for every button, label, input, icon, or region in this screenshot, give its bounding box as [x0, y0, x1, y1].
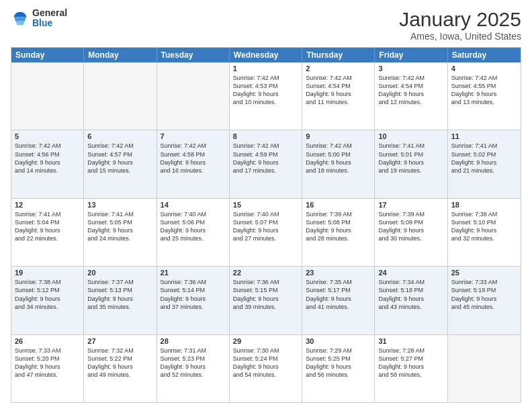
- day-number: 30: [306, 337, 371, 345]
- cal-cell-1-1: 6Sunrise: 7:42 AMSunset: 4:57 PMDaylight…: [84, 130, 157, 197]
- day-info: Sunrise: 7:42 AMSunset: 4:55 PMDaylight:…: [451, 74, 517, 107]
- cal-cell-2-3: 15Sunrise: 7:40 AMSunset: 5:07 PMDayligh…: [230, 199, 302, 266]
- day-number: 28: [161, 337, 226, 345]
- day-info: Sunrise: 7:32 AMSunset: 5:22 PMDaylight:…: [87, 347, 152, 379]
- logo-icon: [11, 9, 30, 28]
- cal-cell-1-3: 8Sunrise: 7:42 AMSunset: 4:59 PMDaylight…: [230, 130, 302, 197]
- day-number: 7: [161, 132, 226, 140]
- cal-cell-3-4: 23Sunrise: 7:35 AMSunset: 5:17 PMDayligh…: [302, 267, 375, 334]
- calendar-row-0: 1Sunrise: 7:42 AMSunset: 4:53 PMDaylight…: [11, 62, 521, 130]
- day-number: 31: [378, 337, 443, 345]
- day-number: 10: [378, 132, 443, 140]
- cal-cell-1-2: 7Sunrise: 7:42 AMSunset: 4:58 PMDaylight…: [157, 130, 230, 197]
- day-number: 24: [378, 269, 443, 277]
- weekday-header-saturday: Saturday: [448, 48, 521, 62]
- weekday-header-friday: Friday: [375, 48, 447, 62]
- weekday-header-tuesday: Tuesday: [157, 48, 230, 62]
- day-number: 17: [378, 201, 443, 209]
- day-number: 18: [451, 201, 517, 209]
- header: General Blue January 2025 Ames, Iowa, Un…: [11, 8, 521, 42]
- logo-blue-text: Blue: [32, 18, 67, 28]
- day-info: Sunrise: 7:39 AMSunset: 5:09 PMDaylight:…: [378, 210, 443, 243]
- calendar-header: SundayMondayTuesdayWednesdayThursdayFrid…: [11, 48, 521, 62]
- day-info: Sunrise: 7:42 AMSunset: 4:56 PMDaylight:…: [15, 142, 80, 175]
- calendar-row-4: 26Sunrise: 7:33 AMSunset: 5:20 PMDayligh…: [11, 334, 521, 402]
- day-info: Sunrise: 7:33 AMSunset: 5:19 PMDaylight:…: [451, 278, 517, 311]
- cal-cell-1-0: 5Sunrise: 7:42 AMSunset: 4:56 PMDaylight…: [11, 130, 84, 197]
- day-info: Sunrise: 7:42 AMSunset: 4:59 PMDaylight:…: [233, 142, 298, 175]
- logo-text: General Blue: [32, 8, 67, 29]
- day-number: 5: [15, 132, 80, 140]
- cal-cell-4-3: 29Sunrise: 7:30 AMSunset: 5:24 PMDayligh…: [230, 335, 302, 402]
- day-number: 26: [15, 337, 80, 345]
- weekday-header-wednesday: Wednesday: [230, 48, 302, 62]
- day-info: Sunrise: 7:40 AMSunset: 5:06 PMDaylight:…: [161, 210, 226, 243]
- day-number: 21: [161, 269, 226, 277]
- day-number: 22: [233, 269, 298, 277]
- day-info: Sunrise: 7:41 AMSunset: 5:05 PMDaylight:…: [87, 210, 152, 243]
- calendar: SundayMondayTuesdayWednesdayThursdayFrid…: [11, 47, 521, 403]
- day-number: 6: [87, 132, 152, 140]
- cal-cell-2-0: 12Sunrise: 7:41 AMSunset: 5:04 PMDayligh…: [11, 199, 84, 266]
- day-info: Sunrise: 7:29 AMSunset: 5:25 PMDaylight:…: [306, 347, 371, 379]
- day-number: 13: [87, 201, 152, 209]
- cal-cell-4-4: 30Sunrise: 7:29 AMSunset: 5:25 PMDayligh…: [302, 335, 375, 402]
- day-number: 14: [161, 201, 226, 209]
- weekday-header-monday: Monday: [84, 48, 157, 62]
- day-info: Sunrise: 7:31 AMSunset: 5:23 PMDaylight:…: [161, 347, 226, 379]
- day-info: Sunrise: 7:42 AMSunset: 4:58 PMDaylight:…: [161, 142, 226, 175]
- day-info: Sunrise: 7:42 AMSunset: 4:57 PMDaylight:…: [87, 142, 152, 175]
- day-info: Sunrise: 7:38 AMSunset: 5:10 PMDaylight:…: [451, 210, 517, 243]
- cal-cell-4-0: 26Sunrise: 7:33 AMSunset: 5:20 PMDayligh…: [11, 335, 84, 402]
- cal-cell-0-0: [11, 62, 84, 130]
- day-info: Sunrise: 7:42 AMSunset: 4:54 PMDaylight:…: [306, 74, 371, 107]
- cal-cell-0-4: 2Sunrise: 7:42 AMSunset: 4:54 PMDaylight…: [302, 62, 375, 130]
- calendar-row-2: 12Sunrise: 7:41 AMSunset: 5:04 PMDayligh…: [11, 198, 521, 266]
- cal-cell-3-6: 25Sunrise: 7:33 AMSunset: 5:19 PMDayligh…: [448, 267, 521, 334]
- day-info: Sunrise: 7:36 AMSunset: 5:14 PMDaylight:…: [161, 278, 226, 311]
- cal-cell-3-3: 22Sunrise: 7:36 AMSunset: 5:15 PMDayligh…: [230, 267, 302, 334]
- location-title: Ames, Iowa, United States: [399, 31, 521, 42]
- page: General Blue January 2025 Ames, Iowa, Un…: [0, 0, 532, 411]
- day-info: Sunrise: 7:38 AMSunset: 5:12 PMDaylight:…: [15, 278, 80, 311]
- cal-cell-1-4: 9Sunrise: 7:42 AMSunset: 5:00 PMDaylight…: [302, 130, 375, 197]
- day-number: 25: [451, 269, 517, 277]
- day-info: Sunrise: 7:40 AMSunset: 5:07 PMDaylight:…: [233, 210, 298, 243]
- cal-cell-1-6: 11Sunrise: 7:41 AMSunset: 5:02 PMDayligh…: [448, 130, 521, 197]
- day-number: 23: [306, 269, 371, 277]
- cal-cell-3-2: 21Sunrise: 7:36 AMSunset: 5:14 PMDayligh…: [157, 267, 230, 334]
- day-number: 20: [87, 269, 152, 277]
- logo: General Blue: [11, 8, 67, 29]
- day-number: 1: [233, 64, 298, 73]
- cal-cell-2-5: 17Sunrise: 7:39 AMSunset: 5:09 PMDayligh…: [375, 199, 447, 266]
- cal-cell-0-2: [157, 62, 230, 130]
- cal-cell-3-5: 24Sunrise: 7:34 AMSunset: 5:18 PMDayligh…: [375, 267, 447, 334]
- cal-cell-4-1: 27Sunrise: 7:32 AMSunset: 5:22 PMDayligh…: [84, 335, 157, 402]
- day-number: 16: [306, 201, 371, 209]
- cal-cell-0-3: 1Sunrise: 7:42 AMSunset: 4:53 PMDaylight…: [230, 62, 302, 130]
- cal-cell-2-1: 13Sunrise: 7:41 AMSunset: 5:05 PMDayligh…: [84, 199, 157, 266]
- day-info: Sunrise: 7:28 AMSunset: 5:27 PMDaylight:…: [378, 347, 443, 379]
- day-number: 12: [15, 201, 80, 209]
- day-info: Sunrise: 7:34 AMSunset: 5:18 PMDaylight:…: [378, 278, 443, 311]
- day-info: Sunrise: 7:36 AMSunset: 5:15 PMDaylight:…: [233, 278, 298, 311]
- day-info: Sunrise: 7:41 AMSunset: 5:04 PMDaylight:…: [15, 210, 80, 243]
- day-number: 8: [233, 132, 298, 140]
- day-info: Sunrise: 7:42 AMSunset: 5:00 PMDaylight:…: [306, 142, 371, 175]
- cal-cell-2-4: 16Sunrise: 7:39 AMSunset: 5:08 PMDayligh…: [302, 199, 375, 266]
- weekday-header-thursday: Thursday: [302, 48, 375, 62]
- cal-cell-0-6: 4Sunrise: 7:42 AMSunset: 4:55 PMDaylight…: [448, 62, 521, 130]
- month-title: January 2025: [399, 8, 521, 31]
- day-info: Sunrise: 7:33 AMSunset: 5:20 PMDaylight:…: [15, 347, 80, 379]
- day-info: Sunrise: 7:42 AMSunset: 4:53 PMDaylight:…: [233, 74, 298, 107]
- day-info: Sunrise: 7:37 AMSunset: 5:13 PMDaylight:…: [87, 278, 152, 311]
- cal-cell-0-5: 3Sunrise: 7:42 AMSunset: 4:54 PMDaylight…: [375, 62, 447, 130]
- cal-cell-2-2: 14Sunrise: 7:40 AMSunset: 5:06 PMDayligh…: [157, 199, 230, 266]
- day-info: Sunrise: 7:30 AMSunset: 5:24 PMDaylight:…: [233, 347, 298, 379]
- day-number: 3: [378, 64, 443, 73]
- cal-cell-4-6: [448, 335, 521, 402]
- day-number: 27: [87, 337, 152, 345]
- day-number: 2: [306, 64, 371, 73]
- cal-cell-3-0: 19Sunrise: 7:38 AMSunset: 5:12 PMDayligh…: [11, 267, 84, 334]
- cal-cell-0-1: [84, 62, 157, 130]
